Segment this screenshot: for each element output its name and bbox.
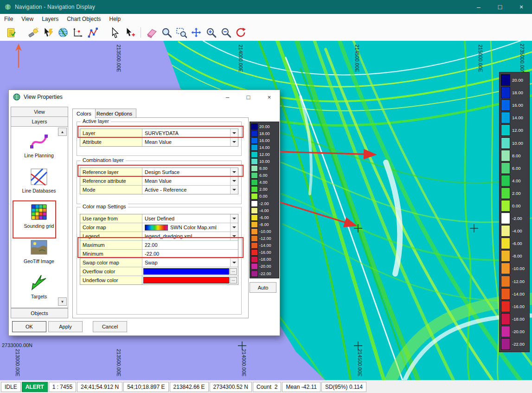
status-bar: IDLEALERT1 : 745524;41;54.912 N54;10;18.…: [0, 380, 532, 393]
zoom-window-icon[interactable]: [174, 26, 188, 39]
swap-label: Swap color map: [80, 258, 142, 267]
legend-swatch: [501, 238, 510, 249]
sidebar-item-geotiff-image[interactable]: GeoTiff Image: [16, 237, 62, 264]
legend-value: 12.00: [259, 152, 270, 157]
legend-swatch: [501, 288, 510, 300]
zoom-out-icon[interactable]: [219, 26, 233, 39]
zoom-magnifier-icon[interactable]: [160, 26, 173, 39]
maximum-input[interactable]: 22.00: [142, 241, 238, 249]
group-title: Active layer: [81, 118, 111, 124]
layers-sidebar-button[interactable]: Layers: [11, 116, 68, 127]
maximum-label: Maximum: [80, 241, 142, 249]
legend-entry: -2.00: [501, 212, 528, 225]
minimum-label: Minimum: [80, 250, 142, 258]
reference-attribute-select[interactable]: Mean Value: [142, 177, 238, 185]
scroll-down-icon[interactable]: ▼: [58, 297, 67, 306]
attribute-value: Mean Value: [145, 139, 172, 145]
legend-entry: -6.00: [501, 237, 528, 250]
tab-colors[interactable]: Colors: [72, 109, 96, 119]
zoom-in-icon[interactable]: [204, 26, 218, 39]
layer-item-label: Line Planning: [16, 153, 62, 158]
route-planning-icon[interactable]: [86, 26, 100, 39]
layer-select[interactable]: SURVEYDATA: [142, 129, 238, 137]
dropdown-arrow-icon[interactable]: [230, 223, 238, 232]
underflow-color-picker[interactable]: ...: [142, 276, 238, 284]
redraw-chart-icon[interactable]: [234, 26, 248, 39]
legend-value: 14.00: [512, 115, 523, 120]
erase-highlight-icon[interactable]: [145, 26, 159, 39]
overflow-color-bar[interactable]: [143, 268, 229, 275]
menu-view[interactable]: View: [17, 14, 38, 24]
attribute-select[interactable]: Mean Value: [142, 138, 238, 146]
status-segment-0: IDLE: [1, 382, 21, 392]
dropdown-arrow-icon[interactable]: [230, 168, 238, 176]
app-globe-icon: [4, 3, 12, 11]
apply-button[interactable]: Apply: [48, 321, 83, 332]
color-map-row: Color map SWN Color Map.xml: [80, 223, 238, 232]
mode-select[interactable]: Active - Reference: [142, 186, 238, 194]
legend-value: 8.00: [512, 153, 521, 158]
underflow-color-bar[interactable]: [143, 277, 229, 283]
legend-swatch: [501, 263, 510, 274]
minimum-value: -22.00: [145, 251, 159, 257]
legend-swatch: [251, 151, 258, 158]
menu-file[interactable]: File: [0, 14, 17, 24]
dropdown-arrow-icon[interactable]: [230, 258, 238, 267]
legend-entry: -10.00: [251, 228, 278, 235]
sidebar-item-targets[interactable]: Targets: [16, 272, 62, 299]
group-title: Combination layer: [81, 157, 126, 163]
menu-help[interactable]: Help: [105, 14, 125, 24]
geotiff-image-icon: [29, 237, 49, 258]
dropdown-arrow-icon[interactable]: [230, 129, 238, 137]
swap-select[interactable]: Swap: [142, 258, 238, 267]
xy-coordinates-icon[interactable]: [71, 26, 85, 39]
tab-render-options[interactable]: Render Options: [92, 109, 136, 118]
overflow-color-row: Overflow color ...: [80, 267, 238, 276]
minimum-input[interactable]: -22.00: [142, 250, 238, 258]
dropdown-arrow-icon[interactable]: [230, 186, 238, 194]
sidebar-item-sounding-grid[interactable]: Sounding grid: [16, 202, 62, 229]
legend-swatch: [251, 249, 258, 256]
sidebar-item-line-planning[interactable]: Line Planning: [16, 131, 62, 158]
dropdown-arrow-icon[interactable]: [230, 138, 238, 146]
legend-value: -6.00: [259, 215, 269, 220]
globe-view-icon[interactable]: [56, 26, 70, 39]
overflow-color-picker[interactable]: ...: [142, 267, 238, 276]
dialog-close-button[interactable]: ×: [259, 90, 280, 104]
ok-button[interactable]: OK: [12, 321, 46, 332]
use-range-select[interactable]: User Defined: [142, 214, 238, 223]
sidebar-item-line-databases[interactable]: Line Databases: [16, 167, 62, 193]
dropdown-arrow-icon[interactable]: [230, 177, 238, 185]
close-button[interactable]: ×: [511, 0, 532, 14]
reference-layer-select[interactable]: Design Surface: [142, 168, 238, 176]
view-sidebar-button[interactable]: View: [11, 107, 68, 117]
objects-button[interactable]: Objects: [11, 308, 68, 318]
dialog-titlebar: View Properties – □ ×: [9, 90, 280, 104]
color-map-select[interactable]: SWN Color Map.xml: [142, 223, 238, 232]
auto-button[interactable]: Auto: [250, 282, 276, 293]
sounding-grid-icon: [29, 202, 49, 222]
menu-chart-objects[interactable]: Chart Objects: [63, 14, 105, 24]
project-checklist-icon[interactable]: [4, 26, 18, 39]
query-cursor-icon[interactable]: [123, 26, 137, 39]
legend-row: Legend legend_dredging.xml: [80, 232, 238, 241]
legend-value: 2.00: [259, 187, 268, 192]
dialog-minimize-button[interactable]: –: [217, 90, 238, 104]
dropdown-arrow-icon[interactable]: [230, 232, 238, 240]
maximize-button[interactable]: □: [489, 0, 511, 14]
overflow-more-button[interactable]: ...: [230, 268, 237, 275]
status-segment-9: SD(95%) 0.114: [321, 382, 366, 392]
select-cursor-icon[interactable]: [108, 26, 122, 39]
menu-layers[interactable]: Layers: [38, 14, 63, 24]
pan-view-icon[interactable]: [189, 26, 203, 39]
underflow-more-button[interactable]: ...: [230, 277, 237, 283]
legend-select[interactable]: legend_dredging.xml: [142, 232, 238, 240]
minimize-button[interactable]: –: [468, 0, 489, 14]
legend-value: -8.00: [259, 222, 269, 227]
dropdown-arrow-icon[interactable]: [230, 214, 238, 223]
dialog-maximize-button[interactable]: □: [238, 90, 259, 104]
pointer-flash-icon[interactable]: [41, 26, 55, 39]
cancel-button[interactable]: Cancel: [93, 321, 127, 332]
flashlight-icon[interactable]: [26, 26, 40, 39]
legend-entry: 10.00: [501, 136, 528, 149]
